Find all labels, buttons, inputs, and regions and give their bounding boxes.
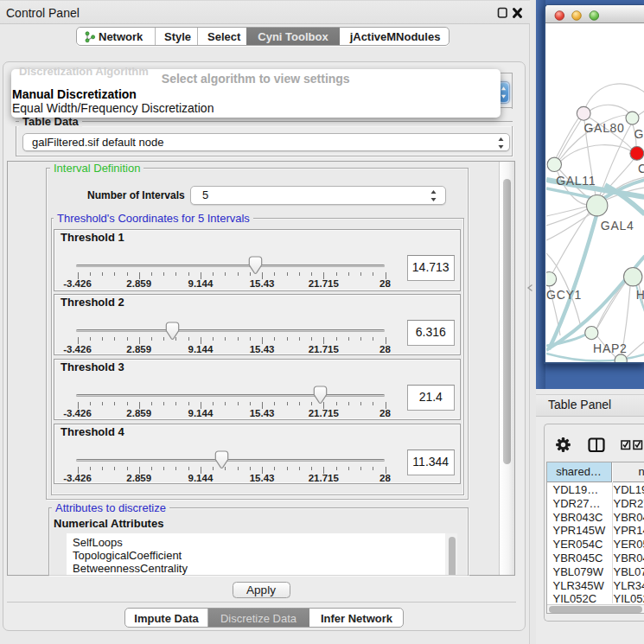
svg-text:GAL3: GAL3 [634, 126, 644, 140]
svg-text:CDC36: CDC36 [638, 161, 644, 175]
svg-text:GAL4: GAL4 [601, 218, 634, 232]
svg-text:HAP2: HAP2 [593, 341, 627, 354]
svg-text:HAP4: HAP4 [636, 287, 644, 301]
svg-text:GCY1: GCY1 [546, 287, 582, 301]
svg-text:GAL80: GAL80 [584, 120, 625, 134]
svg-text:GAL11: GAL11 [556, 174, 596, 188]
